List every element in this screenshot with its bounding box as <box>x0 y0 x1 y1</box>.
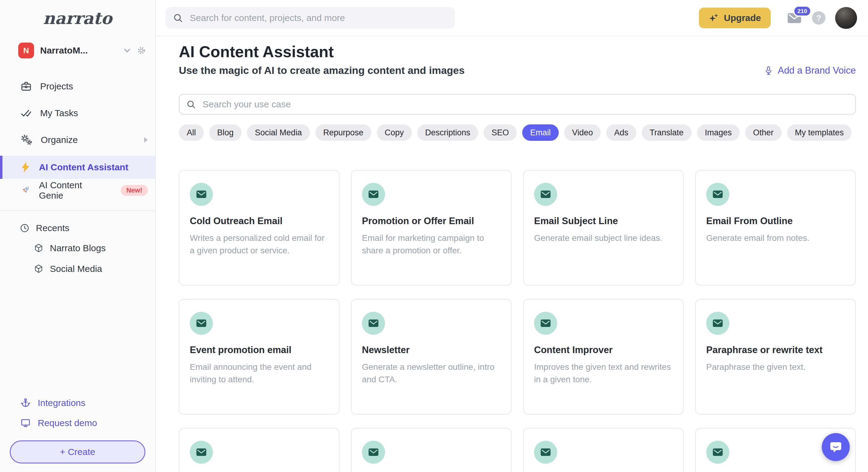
chip-all[interactable]: All <box>179 124 204 141</box>
card-title: Cold Outreach Email <box>190 216 329 227</box>
envelope-icon <box>362 183 385 206</box>
chip-blog[interactable]: Blog <box>209 124 242 141</box>
global-search-input[interactable] <box>189 12 448 24</box>
sidebar-item-label: My Tasks <box>40 108 78 118</box>
usecase-card[interactable]: Newsletter Generate a newsletter outline… <box>351 299 512 414</box>
card-description: Paraphrase the given text. <box>706 361 845 374</box>
chat-bubble-icon <box>829 440 843 454</box>
chip-other[interactable]: Other <box>745 124 782 141</box>
request-demo-link[interactable]: Request demo <box>10 413 145 433</box>
workspace-avatar: N <box>18 42 34 58</box>
page-title: AI Content Assistant <box>179 42 856 61</box>
card-title: Email Subject Line <box>534 216 673 227</box>
card-description: Improves the given text and rewrites in … <box>534 361 673 386</box>
global-search[interactable] <box>165 7 455 29</box>
sparkles-icon <box>709 13 719 23</box>
lightning-bolt-icon <box>20 162 31 173</box>
page-content: AI Content Assistant Use the magic of AI… <box>156 36 868 472</box>
chip-copy[interactable]: Copy <box>377 124 412 141</box>
usecase-card[interactable]: Event promotion email Email announcing t… <box>179 299 339 414</box>
chip-translate[interactable]: Translate <box>642 124 691 141</box>
recent-item-narrato-blogs[interactable]: Narrato Blogs <box>0 238 155 258</box>
card-description: Generate email from notes. <box>706 232 845 245</box>
sidebar-item-ai-content-genie[interactable]: AI Content Genie New! <box>0 179 155 202</box>
chip-my-templates[interactable]: My templates <box>787 124 852 141</box>
sidebar-item-label: Projects <box>40 81 73 92</box>
recents-header: Recents <box>0 218 155 238</box>
briefcase-icon <box>20 80 32 92</box>
card-title: Content Improver <box>534 345 673 355</box>
microphone-icon <box>764 66 773 75</box>
rocket-icon <box>20 185 31 196</box>
main-area: Upgrade 210 ? AI Content Assistant Use t… <box>156 0 868 472</box>
card-description: Email announcing the event and inviting … <box>190 361 329 386</box>
recent-item-label: Social Media <box>50 264 102 274</box>
envelope-icon <box>362 312 385 335</box>
sidebar-item-my-tasks[interactable]: My Tasks <box>0 100 155 127</box>
create-button[interactable]: + Create <box>10 440 145 464</box>
sidebar-item-ai-content-assistant[interactable]: AI Content Assistant <box>0 156 155 179</box>
envelope-icon <box>190 441 213 464</box>
envelope-icon <box>706 441 729 464</box>
chip-video[interactable]: Video <box>564 124 601 141</box>
notifications-mail[interactable]: 210 <box>786 11 802 24</box>
chip-seo[interactable]: SEO <box>484 124 517 141</box>
cube-icon <box>33 243 44 253</box>
recents-section: Recents Narrato Blogs Social Media <box>0 211 155 279</box>
envelope-icon <box>534 441 557 464</box>
usecase-card[interactable]: Promotion or Offer Email Email for marke… <box>351 170 512 286</box>
new-badge: New! <box>121 185 148 196</box>
sidebar-item-projects[interactable]: Projects <box>0 73 155 100</box>
chat-widget-button[interactable] <box>822 433 850 461</box>
chip-repurpose[interactable]: Repurpose <box>315 124 371 141</box>
usecase-card[interactable]: Paraphrase or rewrite text Paraphrase th… <box>695 299 856 414</box>
filter-chips: All Blog Social Media Repurpose Copy Des… <box>179 124 856 141</box>
mail-badge: 210 <box>793 5 811 17</box>
sidebar-item-label: Organize <box>41 135 78 145</box>
double-check-icon <box>20 107 32 119</box>
chip-descriptions[interactable]: Descriptions <box>417 124 478 141</box>
card-title: Email From Outline <box>706 216 845 227</box>
usecase-card[interactable]: Email From Outline Generate email from n… <box>695 170 856 286</box>
upgrade-button[interactable]: Upgrade <box>699 8 771 28</box>
workspace-switcher[interactable]: N NarratoM... <box>18 42 147 58</box>
envelope-icon <box>706 312 729 335</box>
recent-item-social-media[interactable]: Social Media <box>0 258 155 279</box>
integrations-link[interactable]: Integrations <box>10 393 145 413</box>
usecase-card[interactable]: Sentence Expander <box>179 428 339 472</box>
chip-ads[interactable]: Ads <box>606 124 636 141</box>
usecase-card[interactable]: Content Improver Improves the given text… <box>523 299 684 414</box>
topbar: Upgrade 210 ? <box>156 0 868 36</box>
card-title: Newsletter <box>362 345 501 355</box>
usecase-card[interactable]: Correct spelling and grammar <box>351 428 512 472</box>
chip-images[interactable]: Images <box>697 124 740 141</box>
card-title: Event promotion email <box>190 345 329 355</box>
gear-icon[interactable] <box>136 45 147 56</box>
envelope-icon <box>706 183 729 206</box>
caret-right-icon <box>144 137 148 143</box>
user-avatar[interactable] <box>835 7 857 29</box>
card-description: Generate a newsletter outline, intro and… <box>362 361 501 386</box>
app: narrato N NarratoM... Projects <box>0 0 868 472</box>
usecase-card[interactable]: Cold Outreach Email Writes a personalize… <box>179 170 339 286</box>
sidebar: narrato N NarratoM... Projects <box>0 0 156 472</box>
sidebar-item-label: AI Content Assistant <box>39 162 128 172</box>
chip-social-media[interactable]: Social Media <box>247 124 310 141</box>
search-icon <box>173 13 183 23</box>
usecase-card[interactable]: Simplify text <box>523 428 684 472</box>
recents-title: Recents <box>36 223 69 233</box>
add-brand-voice-link[interactable]: Add a Brand Voice <box>764 65 856 76</box>
help-button[interactable]: ? <box>812 11 826 25</box>
usecase-card[interactable]: Email Subject Line Generate email subjec… <box>523 170 684 286</box>
upgrade-label: Upgrade <box>724 13 761 23</box>
sidebar-item-organize[interactable]: Organize <box>0 127 155 153</box>
chip-email[interactable]: Email <box>522 124 559 141</box>
usecase-search[interactable] <box>179 94 856 115</box>
workspace-name: NarratoM... <box>40 45 88 56</box>
usecase-cards: Cold Outreach Email Writes a personalize… <box>179 170 856 472</box>
usecase-search-input[interactable] <box>202 98 848 110</box>
request-demo-label: Request demo <box>38 418 97 428</box>
chevron-down-icon[interactable] <box>123 46 131 55</box>
narrato-logo: narrato <box>0 0 155 28</box>
envelope-icon <box>190 312 213 335</box>
